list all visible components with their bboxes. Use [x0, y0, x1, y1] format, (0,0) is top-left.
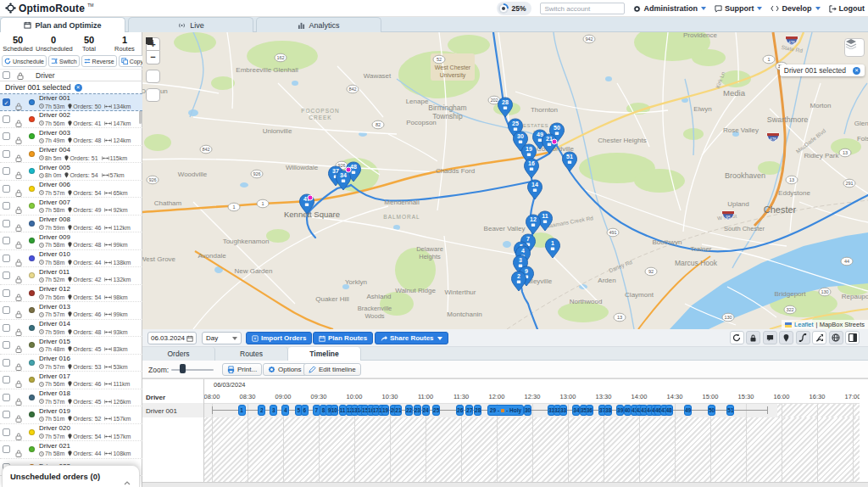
driver-row[interactable]: Driver 0037h 49mOrders: 48124km [0, 128, 142, 146]
layers-button[interactable] [844, 38, 865, 57]
timeline-stop[interactable]: 10 [331, 405, 338, 416]
driver-row[interactable]: Driver 0107h 58mOrders: 44138km [0, 250, 142, 268]
lock-icon[interactable] [15, 289, 22, 297]
timeline-stop[interactable]: 21 [394, 405, 402, 416]
leaflet-link[interactable]: Leaflet [794, 321, 814, 328]
lock-icon[interactable] [15, 202, 22, 210]
usage-progress[interactable]: 25% [497, 2, 531, 15]
driver-row[interactable]: Driver 0067h 57mOrders: 5465km [0, 181, 142, 199]
lock-icon[interactable] [15, 445, 22, 453]
zoom-out-button[interactable]: − [146, 51, 160, 64]
timeline-stop[interactable]: 34 [572, 405, 580, 416]
switch-account-input[interactable] [540, 3, 625, 14]
driver-checkbox[interactable] [3, 306, 10, 314]
driver-row[interactable]: Driver 0097h 58mOrders: 4899km [0, 232, 142, 250]
timeline-stop[interactable]: 33 [559, 405, 567, 416]
driver-checkbox[interactable] [3, 445, 10, 453]
timeline-stop[interactable]: 4 [281, 405, 289, 416]
driver-checkbox[interactable] [3, 202, 10, 210]
zoom-slider-handle[interactable] [180, 364, 186, 373]
tab-analytics[interactable]: Analytics [256, 17, 381, 32]
timeline-stop[interactable]: 50 [708, 405, 715, 416]
lock-icon[interactable] [15, 115, 22, 123]
options-button[interactable]: Options [263, 363, 307, 376]
lock-icon[interactable] [15, 306, 22, 314]
timeline-stop[interactable]: 6 [301, 405, 309, 416]
import-orders-button[interactable]: Import Orders [246, 332, 312, 344]
tab-live[interactable]: Live [128, 17, 253, 32]
timeline-stop[interactable]: 38 [604, 405, 612, 416]
driver-row[interactable]: Driver 0127h 56mOrders: 5498km [0, 285, 142, 303]
tab-orders[interactable]: Orders [142, 347, 215, 361]
driver-checkbox[interactable] [3, 255, 10, 262]
lock-icon[interactable] [15, 255, 22, 262]
driver-checkbox[interactable] [3, 394, 10, 401]
panel-layout-button[interactable] [845, 331, 860, 344]
lock-icon[interactable] [15, 394, 22, 401]
driver-checkbox[interactable] [3, 271, 10, 279]
driver-row[interactable]: Driver 0217h 58mOrders: 44108km [0, 441, 142, 459]
timeline-stop[interactable]: 1 [238, 405, 246, 416]
polygon-select-button[interactable] [146, 70, 160, 83]
tab-timeline[interactable]: Timeline [288, 347, 361, 361]
timeline-stop[interactable]: 49 [684, 405, 692, 416]
lock-icon[interactable] [15, 132, 22, 140]
menu-logout[interactable]: Logout [829, 4, 865, 13]
message-button[interactable] [763, 331, 777, 344]
lock-icon[interactable] [15, 271, 22, 279]
driver-row[interactable]: Driver 0177h 56mOrders: 46111km [0, 372, 142, 389]
timeline-stop[interactable]: 3 [270, 405, 277, 416]
driver-row[interactable]: Driver 0147h 59mOrders: 4893km [0, 320, 142, 338]
range-select[interactable]: Day [202, 332, 242, 344]
map-pink-marker[interactable] [308, 195, 313, 200]
driver-row[interactable]: Driver 0048h 5mOrders: 51115km [0, 146, 142, 164]
refresh-button[interactable] [730, 331, 744, 344]
lock-icon[interactable] [15, 150, 22, 158]
split-route-button[interactable] [812, 331, 826, 344]
rectangle-select-button[interactable] [146, 88, 160, 102]
driver-row[interactable]: Driver 0077h 58mOrders: 4992km [0, 198, 142, 216]
lock-icon[interactable] [15, 237, 22, 244]
timeline-stop[interactable]: 22 [405, 405, 413, 416]
lock-icon[interactable] [15, 185, 22, 193]
driver-row[interactable]: Driver 0087h 59mOrders: 46112km [0, 216, 142, 233]
clear-selection-icon[interactable]: ✕ [75, 84, 82, 92]
zoom-slider-track[interactable] [171, 369, 214, 371]
pin-button[interactable] [779, 331, 793, 344]
unscheduled-orders-panel[interactable]: Unscheduled orders (0) [2, 465, 140, 487]
timeline-stop[interactable]: 2 [258, 405, 265, 416]
timeline-stop[interactable]: 19 [381, 405, 389, 416]
timeline-stop[interactable]: 51 [726, 405, 734, 416]
timeline-stop[interactable]: 30 [524, 405, 531, 416]
tab-routes[interactable]: Routes [215, 347, 288, 361]
timeline-stop[interactable]: 23 [414, 405, 421, 416]
lock-icon[interactable] [15, 220, 22, 227]
share-routes-button[interactable]: Share Routes [375, 332, 448, 344]
menu-administration[interactable]: Administration [633, 4, 706, 13]
driver-row[interactable]: Driver 0058h 0mOrders: 5457km [0, 163, 142, 181]
print-button[interactable]: Print... [222, 363, 262, 376]
driver-checkbox[interactable] [3, 132, 10, 140]
map-pink-marker[interactable] [552, 139, 557, 144]
driver-checkbox[interactable] [3, 237, 10, 244]
lock-icon[interactable] [15, 376, 22, 383]
driver-row[interactable]: Driver 0027h 56mOrders: 41147km [0, 111, 142, 129]
driver-checkbox[interactable] [3, 185, 10, 193]
driver-row[interactable]: Driver 0117h 52mOrders: 42132km [0, 267, 142, 285]
select-all-checkbox[interactable] [3, 71, 10, 79]
unschedule-button[interactable]: Unschedule [2, 55, 47, 67]
timeline-stop[interactable]: 28 [474, 405, 481, 416]
driver-checkbox[interactable] [3, 115, 10, 123]
map[interactable]: ProvidenceEmbreeville GlenhallWawasetLen… [142, 32, 868, 329]
driver-checkbox[interactable] [3, 341, 10, 349]
driver-checkbox[interactable]: ✓ [3, 98, 10, 106]
driver-checkbox[interactable] [3, 150, 10, 158]
route-button[interactable] [796, 331, 810, 344]
timeline-stop[interactable]: 27 [465, 405, 473, 416]
lock-button[interactable] [746, 331, 760, 344]
timeline-stop[interactable]: 36 [586, 405, 593, 416]
driver-row[interactable]: ✓ Driver 0017h 53mOrders: 50134km [0, 93, 142, 111]
driver-row[interactable]: Driver 0137h 57mOrders: 4699km [0, 302, 142, 320]
driver-row[interactable]: Driver 0207h 57mOrders: 54157km [0, 424, 142, 442]
timeline-stop[interactable]: 48 [665, 405, 673, 416]
